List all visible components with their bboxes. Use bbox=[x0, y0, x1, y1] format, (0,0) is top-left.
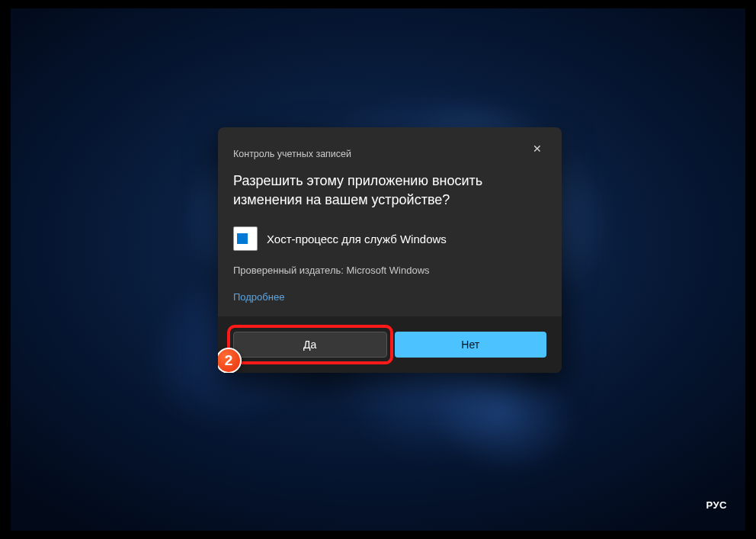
uac-prompt-text: Разрешить этому приложению вносить измен… bbox=[233, 172, 546, 210]
dialog-header: Контроль учетных записей ✕ bbox=[218, 127, 562, 165]
desktop-wallpaper: Контроль учетных записей ✕ Разрешить это… bbox=[11, 8, 745, 531]
no-button[interactable]: Нет bbox=[395, 332, 547, 358]
yes-button[interactable]: Да bbox=[233, 332, 387, 358]
dialog-footer: Да Нет 2 bbox=[218, 316, 562, 373]
desktop-container: Контроль учетных записей ✕ Разрешить это… bbox=[0, 0, 756, 539]
language-indicator[interactable]: РУС bbox=[706, 499, 727, 511]
publisher-info: Проверенный издатель: Microsoft Windows bbox=[233, 265, 546, 276]
uac-dialog: Контроль учетных записей ✕ Разрешить это… bbox=[218, 127, 562, 373]
dialog-body: Разрешить этому приложению вносить измен… bbox=[218, 165, 562, 316]
app-info-row: Хост-процесс для служб Windows bbox=[233, 226, 546, 251]
app-icon bbox=[233, 226, 258, 251]
dialog-title: Контроль учетных записей bbox=[233, 140, 351, 159]
close-button[interactable]: ✕ bbox=[528, 140, 546, 158]
app-name: Хост-процесс для служб Windows bbox=[267, 233, 447, 245]
show-more-link[interactable]: Подробнее bbox=[233, 291, 546, 303]
step-badge: 2 bbox=[218, 348, 242, 373]
close-icon: ✕ bbox=[533, 143, 542, 155]
